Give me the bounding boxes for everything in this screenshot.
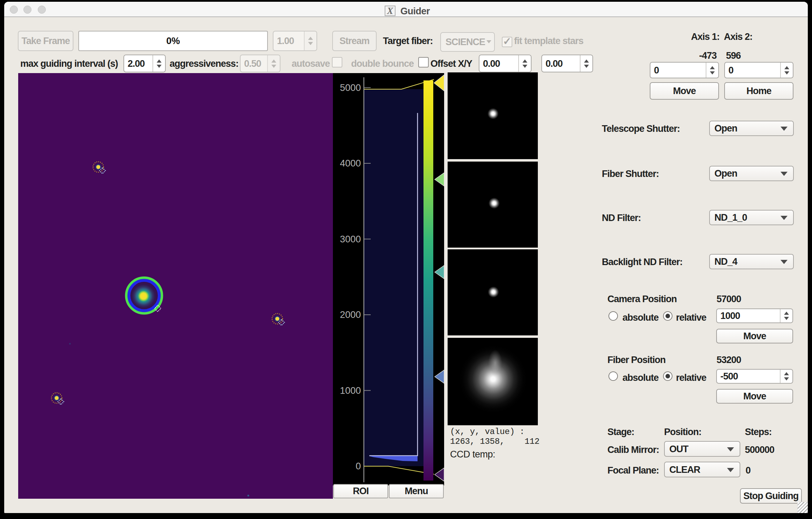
svg-text:2000: 2000 (340, 310, 361, 320)
svg-text:5000: 5000 (340, 83, 361, 93)
svg-text:0: 0 (356, 461, 361, 471)
svg-text:4000: 4000 (340, 158, 361, 169)
svg-text:3000: 3000 (340, 234, 361, 244)
svg-text:1000: 1000 (340, 385, 361, 396)
